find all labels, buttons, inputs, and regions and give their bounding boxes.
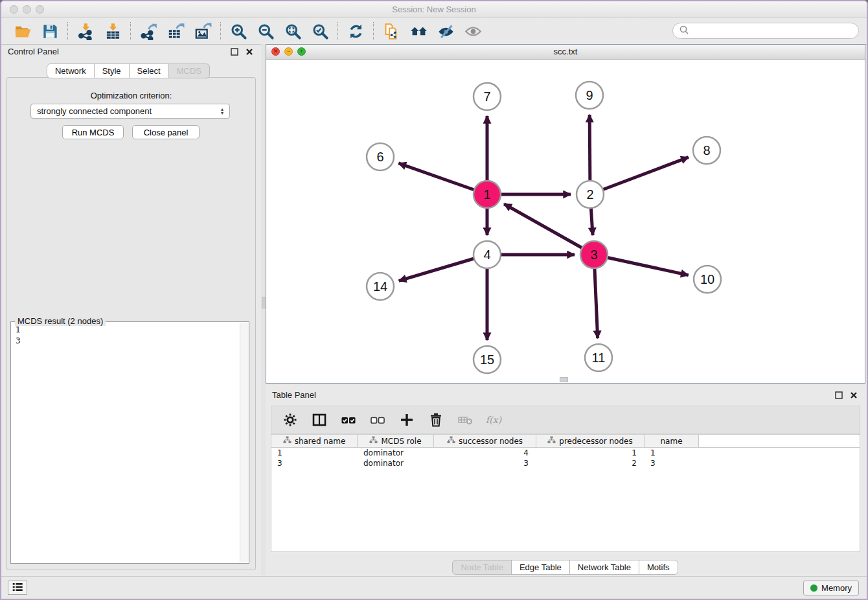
node-10[interactable]: 10 [694,266,721,293]
memory-button[interactable]: Memory [803,581,859,595]
node-1[interactable]: 1 [474,181,501,208]
node-4[interactable]: 4 [474,241,501,268]
table-toolbar: f(x) [271,406,860,434]
zoom-out-icon[interactable] [255,21,277,41]
close-panel-button[interactable]: Close panel [132,125,200,139]
tab-network-table[interactable]: Network Table [569,560,639,575]
tab-node-table[interactable]: Node Table [452,560,512,575]
column-header-shared-name[interactable]: shared name [271,435,358,447]
search-box[interactable] [672,23,859,39]
deselect-all-icon[interactable] [368,410,387,430]
export-image-icon[interactable] [192,21,214,41]
network-canvas[interactable]: 7968124314101511 [266,59,865,383]
network-minimize-icon[interactable]: − [284,47,293,56]
home-icon[interactable] [407,21,429,41]
tab-select[interactable]: Select [129,63,169,78]
run-mcds-button[interactable]: Run MCDS [62,125,124,139]
network-window-titlebar: ✕ − + scc.txt [266,45,865,60]
minimize-window-icon[interactable] [23,5,31,14]
table-row[interactable]: 3dominator323 [271,458,860,468]
save-icon[interactable] [39,21,61,41]
titlebar: Session: New Session [1,1,867,18]
tab-mcds[interactable]: MCDS [168,63,210,78]
export-table-icon[interactable] [165,21,187,41]
tab-style[interactable]: Style [94,63,130,78]
criterion-select[interactable]: strongly connected component ▴▾ [30,104,230,119]
close-table-panel-icon[interactable] [850,391,858,399]
node-6[interactable]: 6 [367,143,394,170]
table-cell[interactable]: 3 [271,459,358,468]
network-file-icon[interactable] [380,21,402,41]
table-cell[interactable]: 3 [645,459,699,468]
panel-splitter[interactable] [261,44,266,575]
refresh-icon[interactable] [345,21,367,41]
search-icon [679,25,689,37]
search-input[interactable] [693,25,852,36]
open-icon[interactable] [12,21,34,41]
import-network-icon[interactable] [74,21,97,41]
import-table-icon[interactable] [102,21,124,41]
tree-sort-icon [369,436,378,446]
network-window-title: scc.txt [554,47,578,56]
node-3[interactable]: 3 [580,241,608,268]
select-all-icon[interactable] [339,410,358,430]
node-14[interactable]: 14 [367,273,394,300]
zoom-window-icon[interactable] [36,5,44,14]
trash-icon[interactable] [426,410,446,430]
table-cell[interactable]: 1 [271,448,358,457]
control-panel-title: Control Panel [8,47,59,56]
column-header-predecessor-nodes[interactable]: predecessor nodes [536,435,645,447]
hide-eye-icon[interactable] [435,21,457,41]
node-7[interactable]: 7 [474,83,501,110]
node-9[interactable]: 9 [576,82,603,109]
columns-icon[interactable] [310,410,329,430]
float-panel-icon[interactable] [231,48,238,56]
network-zoom-icon[interactable]: + [297,47,306,56]
zoom-selected-icon[interactable] [309,21,331,41]
table-cell[interactable]: 4 [434,448,536,457]
result-scrollbar[interactable] [240,323,249,562]
close-panel-icon[interactable] [246,48,253,56]
svg-text:2: 2 [586,187,593,202]
edge-2-8[interactable] [590,157,689,194]
column-header-MCDS-role[interactable]: MCDS role [358,435,434,447]
toolbar-group [374,21,490,41]
result-item[interactable]: 1 [16,325,235,336]
gear-icon[interactable] [280,410,300,430]
node-table[interactable]: shared nameMCDS rolesuccessor nodesprede… [271,434,860,552]
table-row[interactable]: 1dominator411 [271,448,860,458]
network-close-icon[interactable]: ✕ [271,47,280,56]
tab-motifs[interactable]: Motifs [639,560,678,575]
float-table-panel-icon[interactable] [835,391,843,399]
tab-edge-table[interactable]: Edge Table [511,560,570,575]
table-cell[interactable]: 1 [536,448,645,457]
svg-text:15: 15 [480,352,494,367]
node-11[interactable]: 11 [585,344,612,371]
table-cell[interactable]: 2 [536,459,645,468]
task-history-button[interactable] [8,581,27,595]
zoom-in-icon[interactable] [227,21,249,41]
column-header-successor-nodes[interactable]: successor nodes [434,435,536,447]
mcds-result-box: MCDS result (2 nodes) 13 [10,321,249,564]
table-cell[interactable]: dominator [358,448,434,457]
add-icon[interactable] [397,410,417,430]
zoom-fit-icon[interactable] [282,21,304,41]
export-network-icon[interactable] [137,21,159,41]
tab-network[interactable]: Network [47,63,95,78]
edge-3-10[interactable] [594,255,689,275]
node-15[interactable]: 15 [474,346,501,373]
node-2[interactable]: 2 [577,181,604,208]
table-cell[interactable]: 3 [434,459,536,468]
edge-3-1[interactable] [504,204,594,255]
mcds-result-list[interactable]: 13 [11,323,240,563]
node-8[interactable]: 8 [693,137,720,164]
table-cell[interactable]: 1 [645,448,699,457]
result-item[interactable]: 3 [16,336,235,347]
svg-text:9: 9 [586,88,593,102]
canvas-scroll-nub[interactable] [560,377,568,382]
close-window-icon[interactable] [10,5,18,14]
column-label: successor nodes [459,437,523,446]
column-header-name[interactable]: name [645,435,699,447]
table-cell[interactable]: dominator [358,459,434,468]
toolbar-group [338,21,373,41]
